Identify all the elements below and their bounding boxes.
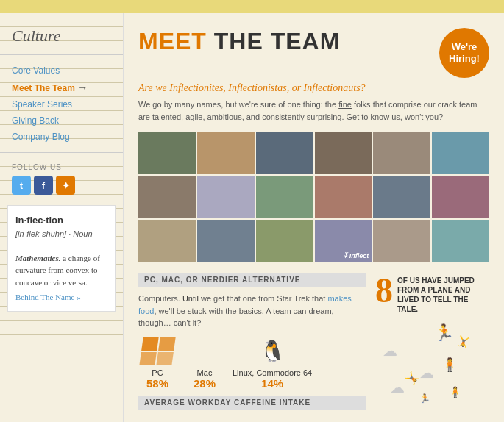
main-content: MEET THE TEAM We're Hiring! Are we Infle… xyxy=(124,13,504,422)
skydiver-2: 🤸 xyxy=(453,332,474,352)
photo-1[interactable] xyxy=(138,132,196,174)
sidebar-nav: Core Values Meet The Team → Speaker Seri… xyxy=(0,55,123,153)
twitter-icon[interactable]: t xyxy=(12,176,31,195)
photo-4[interactable] xyxy=(315,132,372,174)
linux-label: Linux, Commodore 64 xyxy=(233,368,312,377)
sidebar-item-giving-back[interactable]: Giving Back xyxy=(0,112,123,129)
photo-18[interactable] xyxy=(432,220,489,262)
facebook-icon[interactable]: f xyxy=(34,176,53,195)
photo-15[interactable] xyxy=(256,220,313,262)
windows-icon xyxy=(138,337,177,366)
computer-pc: PC 58% xyxy=(138,337,177,390)
photo-8[interactable] xyxy=(197,176,255,218)
photo-grid: ⁑ Inflect xyxy=(138,132,489,262)
photo-16[interactable]: ⁑ Inflect xyxy=(315,220,372,262)
page-title-text: MEET THE TEAM xyxy=(138,28,340,55)
skydiver-1: 🏃 xyxy=(434,323,454,343)
definition-box: in·flec·tion [in-flek-shuhn] · Noun Math… xyxy=(7,205,116,312)
definition-body: Mathematics. a change of curvature from … xyxy=(15,252,107,289)
photo-5[interactable] xyxy=(373,132,430,174)
pc-section-title: PC, MAC, OR NERDIER ALTERNATIVE xyxy=(138,273,366,287)
sidebar-link-speaker-series[interactable]: Speaker Series xyxy=(0,96,123,112)
photo-10[interactable] xyxy=(315,176,372,218)
pc-label: PC xyxy=(152,368,163,377)
sidebar-item-meet-the-team[interactable]: Meet The Team → xyxy=(0,79,123,96)
makes-food-text: makes food xyxy=(138,294,352,315)
arrow-icon: → xyxy=(77,82,88,93)
skydive-area: ☁ ☁ ☁ 🏃 🤸 🧍 🤸 🧍 🏃 xyxy=(375,320,489,408)
fine-text: fine xyxy=(338,100,352,109)
follow-us-label: FOLLOW US xyxy=(0,163,123,171)
computer-mac: Mac 28% xyxy=(185,337,224,390)
bottom-panels: PC, MAC, OR NERDIER ALTERNATIVE Computer… xyxy=(138,273,489,410)
skydiver-5: 🧍 xyxy=(449,386,461,398)
pc-pct: 58% xyxy=(146,377,168,390)
sidebar: Culture Core Values Meet The Team → Spea… xyxy=(0,13,124,422)
hiring-badge[interactable]: We're Hiring! xyxy=(439,28,489,78)
sidebar-item-speaker-series[interactable]: Speaker Series xyxy=(0,96,123,112)
tagline: Are we Inflectionites, Inflectionistas, … xyxy=(138,82,489,94)
skydiver-4: 🤸 xyxy=(402,369,421,387)
computers-row: PC 58% Mac 28% 🐧 xyxy=(138,337,366,390)
computer-linux: 🐧 Linux, Commodore 64 14% xyxy=(233,337,312,390)
definition-word: in·flec·tion xyxy=(15,213,107,228)
sidebar-link-core-values[interactable]: Core Values xyxy=(0,62,123,79)
mac-label: Mac xyxy=(197,368,213,377)
description: We go by many names, but we're sure of o… xyxy=(138,99,489,123)
sidebar-link-company-blog[interactable]: Company Blog xyxy=(0,129,123,145)
sidebar-item-company-blog[interactable]: Company Blog xyxy=(0,129,123,145)
cloud-1: ☁ xyxy=(383,342,397,360)
stat-text: OF US HAVE JUMPED FROM A PLANE AND LIVED… xyxy=(397,273,489,314)
caffeine-section-title: AVERAGE WORKDAY CAFFEINE INTAKE xyxy=(138,396,366,410)
stat-big: 8 OF US HAVE JUMPED FROM A PLANE AND LIV… xyxy=(375,273,489,314)
sidebar-item-core-values[interactable]: Core Values xyxy=(0,62,123,79)
photo-6[interactable] xyxy=(432,132,489,174)
pc-section-body: Computers. Until we get that one from St… xyxy=(138,293,366,329)
social-icons: t f ✦ xyxy=(0,176,123,195)
photo-7[interactable] xyxy=(138,176,196,218)
photo-9[interactable] xyxy=(256,176,313,218)
mac-pct: 28% xyxy=(194,377,216,390)
page-header: MEET THE TEAM We're Hiring! xyxy=(138,28,489,78)
cloud-3: ☁ xyxy=(390,379,405,396)
stat-number: 8 xyxy=(375,273,393,308)
definition-math: Mathematics. xyxy=(15,254,60,262)
photo-13[interactable] xyxy=(138,220,196,262)
page-title: MEET THE TEAM xyxy=(138,28,340,55)
linux-icon: 🐧 xyxy=(253,337,291,366)
photo-14[interactable] xyxy=(197,220,255,262)
apple-icon xyxy=(185,337,224,366)
panel-right: 8 OF US HAVE JUMPED FROM A PLANE AND LIV… xyxy=(375,273,489,410)
sidebar-link-meet-the-team[interactable]: Meet The Team → xyxy=(0,79,123,96)
cloud-2: ☁ xyxy=(419,364,434,382)
photo-11[interactable] xyxy=(373,176,430,218)
photo-2[interactable] xyxy=(197,132,255,174)
behind-the-name-link[interactable]: Behind The Name » xyxy=(15,291,81,304)
rss-icon[interactable]: ✦ xyxy=(56,176,75,195)
skydiver-6: 🏃 xyxy=(419,393,430,404)
skydiver-3: 🧍 xyxy=(441,357,458,373)
photo-3[interactable] xyxy=(256,132,313,174)
photo-12[interactable] xyxy=(432,176,489,218)
definition-phonetic: [in-flek-shuhn] · Noun xyxy=(15,228,107,240)
top-bar xyxy=(0,0,504,13)
photo-17[interactable] xyxy=(373,220,430,262)
panel-left: PC, MAC, OR NERDIER ALTERNATIVE Computer… xyxy=(138,273,366,410)
sidebar-link-giving-back[interactable]: Giving Back xyxy=(0,112,123,129)
linux-pct: 14% xyxy=(261,377,283,390)
until-text: Until xyxy=(182,294,199,303)
sidebar-culture-heading: Culture xyxy=(0,21,123,55)
